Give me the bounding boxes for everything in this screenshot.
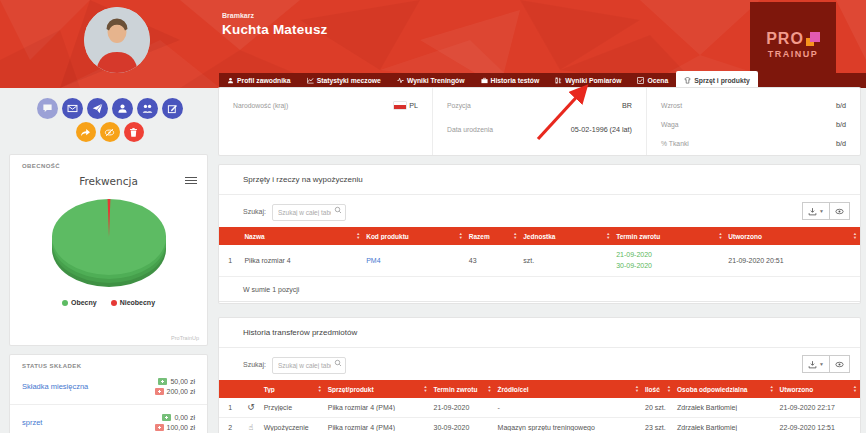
column-header[interactable]: Utworzono	[725, 233, 860, 240]
sort-icon	[318, 386, 322, 393]
briefcase-icon	[481, 77, 488, 84]
fee-item: Składka miesięczna 50,00 zł 200,00 zł	[10, 369, 207, 404]
equipment-section-title: Sprzęty i rzeczy na wypożyczeniu	[219, 165, 860, 195]
player-photo	[84, 7, 150, 73]
table-row: 1 Przyjęcie Piłka rozmiar 4 (PM4) 21-09-…	[219, 398, 860, 418]
eye-off-icon	[104, 127, 115, 138]
paper-plane-icon	[92, 103, 103, 114]
transfers-toolbar: Szukaj: ▼	[219, 348, 860, 380]
chat-icon	[42, 103, 53, 114]
share-button[interactable]	[76, 122, 96, 142]
search-label: Szukaj:	[243, 361, 266, 368]
transfer-person: Zdrzałek Bartłomiej	[674, 404, 777, 411]
ruler-icon	[555, 77, 562, 84]
legend-absent[interactable]: Nieobecny	[111, 299, 155, 306]
fee-due-amount: 100,00 zł	[167, 424, 195, 431]
column-header[interactable]: Osoba odpowiedzialna	[674, 386, 777, 393]
column-header[interactable]: Kod produktu	[363, 233, 466, 240]
tab-historia-testow[interactable]: Historia testów	[473, 73, 548, 88]
height-value: b/d	[836, 101, 846, 110]
column-header[interactable]: Źródło/cel	[495, 386, 642, 393]
tab-profil-zawodnika[interactable]: Profil zawodnika	[219, 73, 299, 88]
tab-statystyki-meczowe[interactable]: Statystyki meczowe	[299, 73, 389, 88]
sort-icon	[718, 233, 722, 240]
eye-icon	[835, 360, 844, 369]
table-row: 2 Wypożyczenie Piłka rozmiar 4 (PM4) 30-…	[219, 418, 860, 433]
transfer-created: 22-09-2020 12:51	[777, 424, 860, 431]
transfer-return-date: 30-09-2020	[430, 424, 494, 431]
tab-ocena[interactable]: Ocena	[629, 73, 676, 88]
column-header[interactable]: Utworzono	[777, 386, 860, 393]
edit-button[interactable]	[162, 98, 183, 119]
column-header[interactable]: Jednostka	[520, 233, 613, 240]
columns-visibility-button[interactable]	[830, 355, 850, 373]
sort-icon	[488, 386, 492, 393]
guardians-button[interactable]	[137, 98, 158, 119]
legend-present[interactable]: Obecny	[62, 299, 97, 306]
return-date-2: 30-09-2020	[616, 261, 722, 271]
details-col-1: Narodowość (kraj) PL	[219, 88, 432, 155]
paid-banknote-icon	[162, 414, 171, 421]
shirt-icon	[684, 77, 691, 84]
tissue-value: b/d	[836, 139, 846, 148]
fee-paid-amount: 50,00 zł	[170, 378, 195, 385]
user-icon	[227, 77, 234, 84]
message-button[interactable]	[37, 98, 58, 119]
transfer-type: Przyjęcie	[261, 404, 325, 411]
delete-button[interactable]	[124, 122, 144, 142]
attendance-card: OBECNOŚĆ Frekwencja Obecny Nieobecny Pro…	[10, 155, 207, 345]
download-icon	[808, 360, 817, 369]
product-code-link[interactable]: PM4	[366, 257, 380, 264]
logo-pixel-icon	[806, 32, 820, 46]
player-name: Kuchta Mateusz	[222, 22, 328, 37]
item-created: 21-09-2020 20:51	[725, 257, 860, 264]
sort-icon	[853, 386, 857, 393]
present-dot-icon	[62, 300, 68, 306]
chart-menu-icon[interactable]	[185, 177, 197, 186]
actions-row-1	[37, 98, 183, 119]
tab-wyniki-pomiarow[interactable]: Wyniki Pomiarów	[547, 73, 629, 88]
chart-title: Frekwencja	[10, 175, 207, 187]
column-header[interactable]: Typ	[261, 386, 325, 393]
equipment-summary: W sumie 1 pozycji	[219, 277, 860, 302]
equipment-table-header: Nazwa Kod produktu Razem Jednostka Termi…	[219, 227, 860, 245]
paid-banknote-icon	[158, 378, 167, 385]
transfer-return-date: 21-09-2020	[430, 404, 494, 411]
column-header[interactable]: Ilość	[642, 386, 674, 393]
column-header[interactable]: Termin zwrotu	[613, 233, 725, 240]
chart-watermark: ProTrainUp	[171, 335, 199, 341]
column-header[interactable]: Termin zwrotu	[430, 386, 494, 393]
chevron-down-icon: ▼	[819, 361, 824, 367]
email-button[interactable]	[62, 98, 83, 119]
column-header[interactable]: Nazwa	[241, 233, 363, 240]
search-label: Szukaj:	[243, 208, 266, 215]
line-chart-icon	[307, 77, 314, 84]
column-header[interactable]: Sprzęt/produkt	[325, 386, 431, 393]
columns-visibility-button[interactable]	[830, 202, 850, 220]
visibility-button[interactable]	[100, 122, 120, 142]
transfers-history-card: Historia transferów przedmiotów Szukaj: …	[219, 318, 860, 433]
send-button[interactable]	[87, 98, 108, 119]
export-button[interactable]: ▼	[802, 355, 830, 373]
hand-pointer-icon	[249, 423, 254, 432]
attendance-card-title: OBECNOŚĆ	[10, 155, 207, 169]
logo-text-trainup: TRAINUP	[768, 49, 819, 59]
transfer-qty: 23 szt.	[642, 424, 674, 431]
poland-flag-icon	[394, 102, 406, 109]
player-identity: Bramkarz Kuchta Mateusz	[222, 12, 328, 37]
height-label: Wzrost	[661, 102, 682, 109]
fee-link-monthly[interactable]: Składka miesięczna	[22, 382, 88, 391]
column-header[interactable]: Razem	[466, 233, 520, 240]
export-button[interactable]: ▼	[802, 202, 830, 220]
position-value: BR	[622, 101, 632, 110]
fee-link-equipment[interactable]: sprzet	[22, 418, 42, 427]
fee-item: sprzet 0,00 zł 100,00 zł	[10, 405, 207, 433]
transfer-qty: 20 szt.	[642, 404, 674, 411]
item-name: Piłka rozmiar 4	[241, 257, 363, 264]
profile-button[interactable]	[112, 98, 133, 119]
tab-wyniki-treningow[interactable]: Wyniki Treningów	[389, 73, 473, 88]
nationality-label: Narodowość (kraj)	[233, 102, 288, 109]
tab-sprzet-i-produkty[interactable]: Sprzęt i produkty	[676, 71, 758, 88]
weight-label: Waga	[661, 121, 679, 128]
share-arrow-icon	[80, 127, 91, 138]
